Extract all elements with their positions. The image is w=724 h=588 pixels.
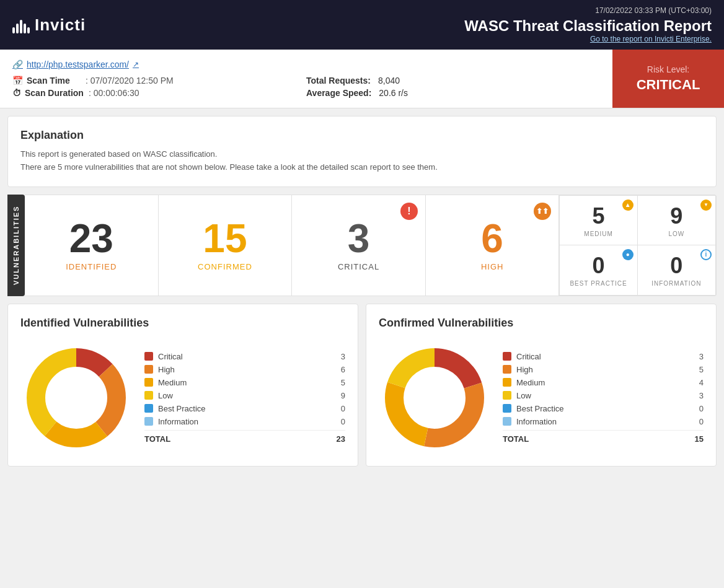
- legend-label-low: Low: [158, 391, 328, 400]
- link-icon: 🔗: [12, 59, 23, 69]
- vuln-high-card: ⬆⬆ 6 HIGH: [426, 195, 560, 296]
- legend-label-high: High: [158, 365, 328, 374]
- confirmed-legend-value-critical: 3: [691, 352, 704, 361]
- identified-donut: [20, 342, 132, 454]
- confirmed-legend-color-high: [503, 365, 511, 374]
- low-badge-icon: ▼: [700, 200, 712, 211]
- scan-duration-value: : 00:00:06:30: [89, 88, 139, 98]
- vuln-low-card: ▼ 9 LOW: [638, 196, 715, 245]
- vuln-medium-card: ▲ 5 MEDIUM: [560, 196, 637, 245]
- legend-label-information: Information: [158, 417, 328, 426]
- legend-label-medium: Medium: [158, 378, 328, 387]
- legend-row-medium: Medium 5: [144, 378, 345, 387]
- confirmed-legend-color-critical: [503, 352, 511, 361]
- legend-row-low: Low 9: [144, 391, 345, 400]
- risk-level-value: CRITICAL: [637, 77, 700, 93]
- vuln-information-label: INFORMATION: [648, 280, 705, 287]
- confirmed-chart-title: Confirmed Vulnerabilities: [379, 317, 704, 330]
- confirmed-legend-row-critical: Critical 3: [503, 352, 704, 361]
- legend-label-critical: Critical: [158, 352, 328, 361]
- medium-badge-icon: ▲: [622, 200, 634, 211]
- confirmed-legend-row-high: High 5: [503, 365, 704, 374]
- legend-row-critical: Critical 3: [144, 352, 345, 361]
- identified-chart-title: Identified Vulnerabilities: [20, 317, 345, 330]
- total-requests-value: 8,040: [378, 76, 400, 86]
- explanation-box: Explanation This report is generated bas…: [7, 116, 717, 187]
- confirmed-legend-color-low: [503, 391, 511, 400]
- vuln-confirmed-label: CONFIRMED: [198, 262, 252, 271]
- vuln-critical-label: CRITICAL: [338, 262, 379, 271]
- vulnerabilities-section: VULNERABILITIES 23 IDENTIFIED 15 CONFIRM…: [7, 195, 717, 296]
- identified-legend: Critical 3 High 6 Medium 5 Low 9: [144, 352, 345, 444]
- scan-time-value: : 07/07/2020 12:50 PM: [86, 76, 174, 86]
- vuln-confirmed-card: 15 CONFIRMED: [159, 195, 293, 296]
- svg-point-9: [410, 373, 459, 423]
- logo-icon: [12, 16, 30, 33]
- avg-speed-row: Average Speed: 20.6 r/s: [306, 88, 600, 98]
- legend-row-information: Information 0: [144, 417, 345, 426]
- vuln-small-grid: ▲ 5 MEDIUM ▼ 9 LOW ● 0 BEST PRACTICE i 0…: [559, 195, 716, 296]
- logo: Invicti: [12, 15, 86, 35]
- confirmed-legend-label-information: Information: [516, 417, 686, 426]
- confirmed-legend-label-bestpractice: Best Practice: [516, 404, 686, 413]
- scan-duration-label: ⏱ Scan Duration: [12, 88, 84, 98]
- legend-color-bestpractice: [144, 404, 153, 413]
- confirmed-chart-content: Critical 3 High 5 Medium 4 Low 3: [379, 342, 704, 454]
- scan-details: 📅 Scan Time : 07/07/2020 12:50 PM Total …: [12, 76, 600, 98]
- header-right: 17/02/2022 03:33 PM (UTC+03:00) WASC Thr…: [464, 6, 712, 43]
- header-datetime: 17/02/2022 03:33 PM (UTC+03:00): [464, 6, 712, 15]
- confirmed-legend-color-bestpractice: [503, 404, 511, 413]
- scan-url-link[interactable]: 🔗 http://php.testsparker.com/ ↗: [12, 59, 600, 69]
- confirmed-legend: Critical 3 High 5 Medium 4 Low 3: [503, 352, 704, 444]
- confirmed-legend-label-high: High: [516, 365, 686, 374]
- confirmed-total-value: 15: [695, 434, 704, 444]
- confirmed-legend-row-medium: Medium 4: [503, 378, 704, 387]
- information-badge-icon: i: [700, 249, 712, 260]
- scan-info-bar: 🔗 http://php.testsparker.com/ ↗ 📅 Scan T…: [0, 50, 724, 108]
- enterprise-link[interactable]: Go to the report on Invicti Enterprise.: [464, 35, 712, 43]
- confirmed-legend-total: TOTAL 15: [503, 430, 704, 444]
- vuln-medium-number: 5: [570, 203, 627, 229]
- legend-color-medium: [144, 378, 153, 387]
- identified-total-label: TOTAL: [144, 434, 170, 444]
- logo-text: Invicti: [35, 15, 86, 35]
- vuln-information-card: i 0 INFORMATION: [638, 245, 715, 295]
- legend-value-medium: 5: [333, 378, 345, 387]
- vuln-low-label: LOW: [648, 230, 705, 237]
- risk-level-label: Risk Level:: [647, 64, 689, 74]
- vuln-identified-label: IDENTIFIED: [66, 262, 117, 271]
- explanation-title: Explanation: [20, 129, 704, 142]
- explanation-line1: This report is generated based on WASC c…: [20, 148, 704, 161]
- vuln-information-number: 0: [648, 253, 705, 279]
- confirmed-legend-color-medium: [503, 378, 511, 387]
- vuln-high-label: HIGH: [481, 262, 504, 271]
- legend-value-high: 6: [333, 365, 345, 374]
- confirmed-legend-value-bestpractice: 0: [691, 404, 704, 413]
- vuln-bestpractice-card: ● 0 BEST PRACTICE: [560, 245, 637, 295]
- avg-speed-label: Average Speed:: [306, 88, 371, 98]
- clock-icon: ⏱: [12, 88, 21, 98]
- high-badge-icon: ⬆⬆: [534, 203, 551, 220]
- vuln-confirmed-number: 15: [203, 219, 247, 258]
- confirmed-donut: [379, 342, 490, 454]
- legend-color-information: [144, 417, 153, 426]
- charts-section: Identified Vulnerabilities Critical: [7, 304, 717, 467]
- identified-total-value: 23: [337, 434, 345, 444]
- legend-color-low: [144, 391, 153, 400]
- total-requests-row: Total Requests: 8,040: [306, 76, 600, 86]
- legend-row-bestpractice: Best Practice 0: [144, 404, 345, 413]
- legend-row-high: High 6: [144, 365, 345, 374]
- external-icon: ↗: [133, 60, 139, 69]
- confirmed-legend-color-information: [503, 417, 511, 426]
- calendar-icon: 📅: [12, 76, 23, 86]
- confirmed-legend-value-low: 3: [691, 391, 704, 400]
- vuln-low-number: 9: [648, 203, 705, 229]
- confirmed-total-label: TOTAL: [503, 434, 529, 444]
- confirmed-legend-label-low: Low: [516, 391, 686, 400]
- identified-chart-content: Critical 3 High 6 Medium 5 Low 9: [20, 342, 345, 454]
- confirmed-legend-row-bestpractice: Best Practice 0: [503, 404, 704, 413]
- confirmed-legend-value-medium: 4: [691, 378, 704, 387]
- identified-legend-total: TOTAL 23: [144, 430, 345, 444]
- svg-point-4: [51, 373, 101, 423]
- legend-color-critical: [144, 352, 153, 361]
